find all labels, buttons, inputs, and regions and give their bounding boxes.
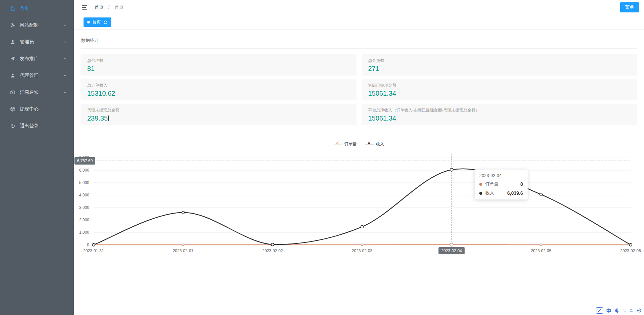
send-icon — [10, 56, 15, 61]
svg-text:2,000: 2,000 — [79, 218, 89, 222]
svg-text:6,757.69: 6,757.69 — [77, 159, 93, 163]
stat-card-agent-unwithdrawn: 代理未提现总金额 239.35 — [80, 104, 357, 125]
power-icon — [10, 123, 15, 129]
sidebar-item-agents[interactable]: 代理管理 — [0, 67, 74, 84]
chart-tooltip: 2023-02-04 订单量 8 收入 6,039.6 — [475, 170, 528, 199]
sidebar-item-label: 管理员 — [20, 39, 34, 45]
legend-item-orders[interactable]: 订单量 — [334, 141, 357, 147]
legend-label: 订单量 — [344, 141, 357, 147]
ime-user-icon[interactable] — [629, 308, 634, 313]
tab-bar: 首页 — [74, 15, 644, 30]
series-dot-icon — [479, 192, 482, 195]
svg-text:2023-01-31: 2023-01-31 — [83, 249, 104, 253]
sidebar-item-site-config[interactable]: 网站配制 — [0, 17, 74, 34]
gear-icon — [10, 22, 15, 28]
sidebar-item-label: 消息通知 — [20, 89, 39, 95]
svg-text:6,000: 6,000 — [79, 168, 89, 173]
breadcrumb: 首页 / 首页 — [94, 4, 124, 10]
sidebar: 首页 网站配制 管理员 发布推广 代理管理 — [0, 0, 74, 315]
chevron-down-icon — [63, 57, 67, 61]
chevron-down-icon — [63, 23, 67, 27]
svg-text:1,000: 1,000 — [79, 230, 89, 235]
stat-label: 平台总净收入（订单收入-实际已提现金额-代理未提现总金额） — [368, 107, 631, 113]
svg-text:3,000: 3,000 — [79, 205, 89, 210]
svg-text:5,000: 5,000 — [79, 180, 89, 185]
collapse-sidebar-icon[interactable] — [82, 5, 88, 10]
chevron-down-icon — [63, 90, 67, 94]
tab-home[interactable]: 首页 — [84, 17, 111, 27]
tooltip-series-name: 收入 — [485, 190, 494, 196]
main-area: 首页 / 首页 菜单 首页 数据统计 总代理数 81 总会员数 271 — [74, 0, 644, 267]
user-icon — [10, 73, 15, 78]
divider — [80, 48, 637, 49]
stat-value: 15061.34 — [368, 90, 631, 97]
ime-tray: °, — [595, 307, 643, 314]
sidebar-item-home[interactable]: 首页 — [0, 0, 74, 17]
tooltip-row: 收入 6,039.6 — [479, 190, 523, 196]
user-icon — [10, 39, 15, 45]
sidebar-item-notifications[interactable]: 消息通知 — [0, 84, 74, 101]
chevron-down-icon — [63, 74, 67, 78]
tab-label: 首页 — [92, 19, 101, 25]
tooltip-row: 订单量 8 — [479, 181, 523, 187]
breadcrumb-current: 首页 — [114, 4, 124, 10]
section-title: 数据统计 — [81, 38, 637, 44]
legend-label: 收入 — [376, 141, 384, 147]
sidebar-item-label: 代理管理 — [20, 73, 39, 79]
line-chart: 订单量 收入 01,0002,0003,0004,0005,0006,0007,… — [74, 141, 644, 260]
home-icon — [10, 6, 15, 11]
tab-active-dot-icon — [87, 21, 90, 24]
package-icon — [10, 106, 15, 112]
topbar: 首页 / 首页 菜单 — [74, 0, 644, 15]
svg-text:2023-02-02: 2023-02-02 — [262, 249, 283, 253]
stat-card-withdrawn-amount: 实际已提现金额 15061.34 — [362, 79, 638, 100]
stat-label: 代理未提现总金额 — [87, 107, 350, 113]
tooltip-date: 2023-02-04 — [479, 173, 523, 178]
tooltip-series-value: 6,039.6 — [507, 190, 523, 196]
stat-label: 总订单收入 — [87, 83, 350, 88]
legend-line-marker-icon — [334, 142, 342, 146]
svg-text:2023-02-06: 2023-02-06 — [620, 249, 641, 253]
stat-card-total-members: 总会员数 271 — [362, 54, 638, 76]
stat-card-total-order-income: 总订单收入 15310.62 — [80, 79, 357, 100]
stat-value: 81 — [87, 65, 350, 73]
refresh-icon[interactable] — [103, 20, 108, 25]
stat-card-platform-net-income: 平台总净收入（订单收入-实际已提现金额-代理未提现总金额） 15061.34 — [362, 104, 638, 125]
stat-label: 总会员数 — [368, 58, 631, 63]
sidebar-item-label: 网站配制 — [20, 22, 39, 28]
sidebar-item-label: 提现中心 — [20, 106, 39, 112]
ime-moon-icon[interactable] — [614, 308, 620, 313]
sidebar-item-label: 发布推广 — [20, 56, 39, 62]
text-cursor — [108, 116, 109, 121]
stat-label: 总代理数 — [87, 58, 350, 63]
stat-value: 271 — [368, 65, 631, 73]
tooltip-series-value: 8 — [520, 181, 523, 187]
stat-value: 15061.34 — [368, 115, 631, 122]
sidebar-item-admins[interactable]: 管理员 — [0, 34, 74, 50]
page-content: 数据统计 总代理数 81 总会员数 271 总订单收入 15310.62 实际已… — [74, 30, 644, 267]
stat-card-total-agents: 总代理数 81 — [80, 54, 357, 76]
ime-chinese-mode-icon[interactable] — [606, 308, 611, 313]
ime-pen-box-icon[interactable] — [596, 307, 603, 314]
sidebar-item-promotion[interactable]: 发布推广 — [0, 50, 74, 67]
svg-text:0: 0 — [87, 242, 89, 247]
svg-text:4,000: 4,000 — [79, 193, 89, 197]
sidebar-item-withdraw-center[interactable]: 提现中心 — [0, 101, 74, 118]
sidebar-item-label: 退出登录 — [20, 123, 39, 129]
ime-punctuation-icon[interactable]: °, — [623, 308, 626, 313]
breadcrumb-separator: / — [108, 4, 110, 10]
sidebar-item-logout[interactable]: 退出登录 — [0, 118, 74, 134]
chart-legend: 订单量 收入 — [74, 141, 644, 147]
sidebar-item-label: 首页 — [20, 5, 29, 11]
ime-gear-icon[interactable] — [637, 308, 642, 313]
tooltip-series-name: 订单量 — [485, 181, 498, 187]
stat-value: 239.35 — [87, 115, 350, 122]
legend-item-income[interactable]: 收入 — [365, 141, 384, 147]
chart-plot-area[interactable]: 01,0002,0003,0004,0005,0006,0007,0002023… — [74, 149, 644, 260]
breadcrumb-home[interactable]: 首页 — [94, 4, 104, 10]
menu-button[interactable]: 菜单 — [620, 2, 639, 12]
stat-label: 实际已提现金额 — [368, 83, 631, 88]
stats-cards: 总代理数 81 总会员数 271 总订单收入 15310.62 实际已提现金额 … — [80, 54, 637, 125]
svg-text:2023-02-01: 2023-02-01 — [173, 249, 194, 253]
svg-text:2023-02-04: 2023-02-04 — [441, 249, 462, 253]
